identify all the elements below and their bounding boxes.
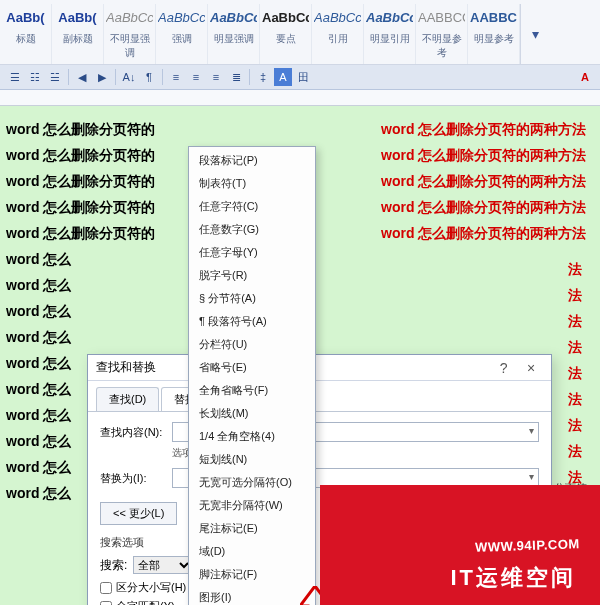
page-break-indicator: . 分页符. [548, 481, 590, 496]
font-color-icon[interactable]: A [576, 68, 594, 86]
style-item-1[interactable]: AaBb(副标题 [52, 4, 104, 64]
style-item-5[interactable]: AaBbCcDd要点 [260, 4, 312, 64]
menu-item[interactable]: 任意字母(Y) [189, 241, 315, 264]
menu-item[interactable]: 无宽非分隔符(W) [189, 494, 315, 517]
indent-icon[interactable]: ▶ [93, 68, 111, 86]
multilevel-list-icon[interactable]: ☱ [46, 68, 64, 86]
outdent-icon[interactable]: ◀ [73, 68, 91, 86]
tab-find[interactable]: 查找(D) [96, 387, 159, 411]
shading-icon[interactable]: A [274, 68, 292, 86]
menu-item[interactable]: 任意字符(C) [189, 195, 315, 218]
menu-item[interactable]: 短划线(N) [189, 448, 315, 471]
menu-item[interactable]: 制表符(T) [189, 172, 315, 195]
menu-item[interactable]: 无宽可选分隔符(O) [189, 471, 315, 494]
menu-item[interactable]: 脱字号(R) [189, 264, 315, 287]
close-icon[interactable]: × [519, 360, 543, 376]
ruler [0, 90, 600, 106]
menu-item[interactable]: ¶ 段落符号(A) [189, 310, 315, 333]
align-left-icon[interactable]: ≡ [167, 68, 185, 86]
style-gallery: AaBb(标题AaBb(副标题AaBbCcDd不明显强调AaBbCcDd强调Aa… [0, 0, 600, 65]
menu-item[interactable]: 段落标记(P) [189, 149, 315, 172]
style-item-8[interactable]: AABBCCDD不明显参考 [416, 4, 468, 64]
find-replace-dialog: 查找和替换 ? × 查找(D) 替换(P) 定位(G) 查找内容(N): 选项:… [87, 354, 552, 605]
check-option[interactable]: 区分后缀(T) [442, 599, 539, 605]
borders-icon[interactable]: 田 [294, 68, 312, 86]
find-label: 查找内容(N): [100, 425, 172, 440]
search-scope-select[interactable]: 全部 [133, 556, 193, 574]
menu-item[interactable]: 省略号(E) [189, 356, 315, 379]
bullet-list-icon[interactable]: ☰ [6, 68, 24, 86]
find-next-button[interactable]: 查找下一处(F) [388, 502, 483, 525]
align-center-icon[interactable]: ≡ [187, 68, 205, 86]
style-item-2[interactable]: AaBbCcDd不明显强调 [104, 4, 156, 64]
menu-item[interactable]: 尾注标记(E) [189, 517, 315, 540]
menu-item[interactable]: 图形(I) [189, 586, 315, 605]
search-options-label: 搜索选项 [100, 535, 539, 550]
search-scope-label: 搜索: [100, 557, 127, 574]
dialog-title: 查找和替换 [96, 359, 156, 376]
mini-toolbar: ☰ ☷ ☱ ◀ ▶ A↓ ¶ ≡ ≡ ≡ ≣ ‡ A 田 A [0, 65, 600, 90]
special-format-menu[interactable]: 段落标记(P)制表符(T)任意字符(C)任意数字(G)任意字母(Y)脱字号(R)… [188, 146, 316, 605]
menu-item[interactable]: § 分节符(A) [189, 287, 315, 310]
dialog-titlebar: 查找和替换 ? × [88, 355, 551, 381]
number-list-icon[interactable]: ☷ [26, 68, 44, 86]
menu-item[interactable]: 任意数字(G) [189, 218, 315, 241]
dialog-tabs: 查找(D) 替换(P) 定位(G) [88, 381, 551, 411]
menu-item[interactable]: 长划线(M) [189, 402, 315, 425]
menu-item[interactable]: 全角省略号(F) [189, 379, 315, 402]
menu-item[interactable]: 脚注标记(F) [189, 563, 315, 586]
menu-item[interactable]: 1/4 全角空格(4) [189, 425, 315, 448]
document-area: word 怎么删除分页符的word 怎么删除分页符的两种方法word 怎么删除分… [0, 106, 600, 605]
menu-item[interactable]: 域(D) [189, 540, 315, 563]
align-right-icon[interactable]: ≡ [207, 68, 225, 86]
style-item-7[interactable]: AaBbCcDd明显引用 [364, 4, 416, 64]
svg-marker-0 [300, 586, 330, 605]
style-more-icon[interactable]: ▾ [520, 4, 550, 64]
less-button[interactable]: << 更少(L) [100, 502, 177, 525]
menu-item[interactable]: 分栏符(U) [189, 333, 315, 356]
cancel-button[interactable]: 取消 [491, 502, 539, 525]
sort-icon[interactable]: A↓ [120, 68, 138, 86]
doc-line: word 怎么删除分页符的word 怎么删除分页符的两种方法 [6, 116, 594, 142]
show-marks-icon[interactable]: ¶ [140, 68, 158, 86]
annotation-arrow-menu [300, 586, 330, 605]
help-icon[interactable]: ? [492, 360, 516, 376]
style-item-9[interactable]: AABBCCDD明显参考 [468, 4, 520, 64]
style-item-0[interactable]: AaBb(标题 [0, 4, 52, 64]
style-item-4[interactable]: AaBbCcDd明显强调 [208, 4, 260, 64]
line-spacing-icon[interactable]: ‡ [254, 68, 272, 86]
right-tail-column: 法法法法法法法法法法法. [568, 256, 586, 542]
check-option[interactable]: 区分前缀(X) [442, 580, 539, 595]
style-item-3[interactable]: AaBbCcDd强调 [156, 4, 208, 64]
style-item-6[interactable]: AaBbCcDd引用 [312, 4, 364, 64]
justify-icon[interactable]: ≣ [227, 68, 245, 86]
replace-label: 替换为(I): [100, 471, 172, 486]
